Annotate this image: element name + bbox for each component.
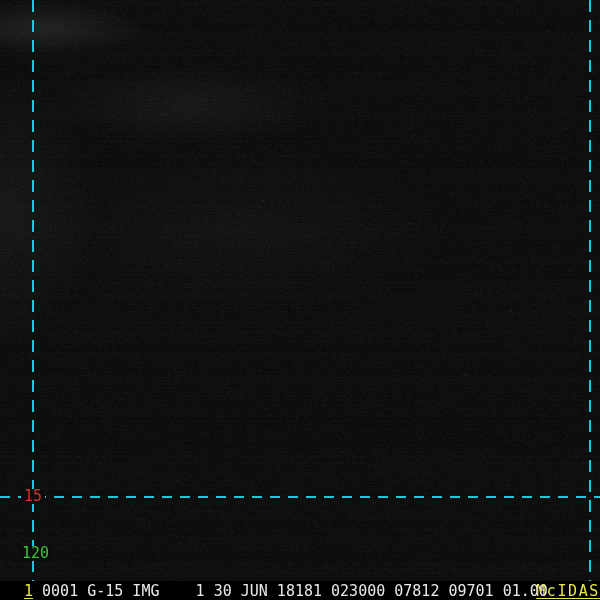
status-bar: 1 0001 G-15 IMG 1 30 JUN 18181 023000 07… bbox=[0, 581, 600, 600]
cloud-wisps bbox=[0, 0, 600, 600]
mcidas-window: 15 120 1 0001 G-15 IMG 1 30 JUN 18181 02… bbox=[0, 0, 600, 600]
mcidas-brand-label: McIDAS bbox=[536, 584, 600, 599]
latitude-label: 15 bbox=[21, 489, 45, 504]
image-info-text: 0001 G-15 IMG 1 30 JUN 18181 023000 0781… bbox=[33, 582, 548, 600]
status-line: 1 0001 G-15 IMG 1 30 JUN 18181 023000 07… bbox=[24, 584, 548, 599]
frame-number: 1 bbox=[24, 582, 33, 600]
map-grid-meridian-right bbox=[589, 0, 591, 581]
longitude-label: 120 bbox=[19, 546, 52, 561]
map-grid-parallel bbox=[0, 496, 600, 498]
